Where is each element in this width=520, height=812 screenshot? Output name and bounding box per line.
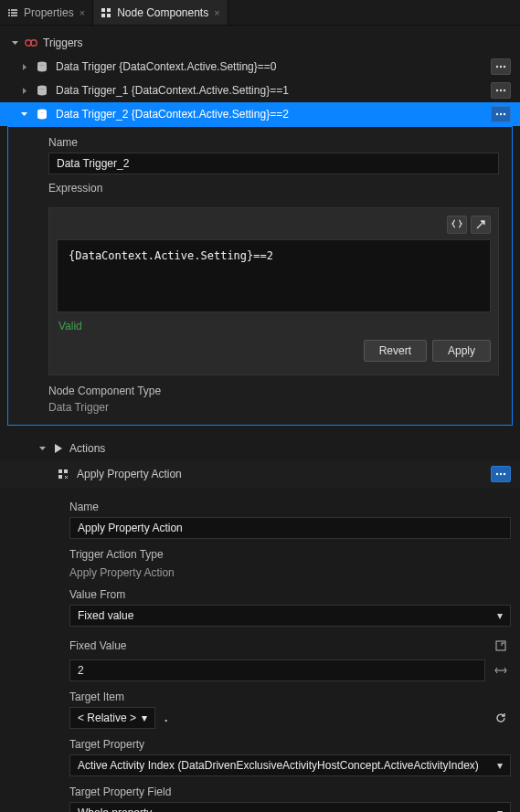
name-label: Name [69, 501, 511, 513]
list-icon [7, 7, 18, 18]
select-value: Active Activity Index (DataDrivenExclusi… [78, 759, 479, 772]
value-from-label: Value From [69, 588, 511, 601]
name-label: Name [48, 136, 499, 149]
target-item-label: Target Item [69, 691, 511, 703]
panel-body: Triggers Data Trigger {DataContext.Activ… [0, 26, 520, 812]
database-icon [36, 84, 48, 97]
target-property-field-select[interactable]: Whole property ▾ [69, 802, 511, 812]
actions-header[interactable]: Actions [0, 433, 520, 460]
close-icon[interactable]: × [80, 7, 85, 18]
svg-point-7 [496, 90, 498, 91]
trigger-item-2[interactable]: Data Trigger_2 {DataContext.Active.Setti… [0, 102, 520, 126]
expand-horizontal-icon[interactable] [491, 660, 511, 680]
select-value: Fixed value [78, 609, 133, 622]
svg-point-15 [500, 473, 502, 475]
chevron-down-icon [38, 445, 47, 453]
tab-properties[interactable]: Properties × [0, 0, 93, 25]
more-button[interactable] [491, 106, 511, 122]
chevron-right-icon [20, 63, 28, 71]
node-component-type-label: Node Component Type [48, 385, 499, 397]
database-icon [36, 60, 48, 73]
svg-point-3 [496, 66, 498, 68]
triggers-header[interactable]: Triggers [0, 29, 520, 55]
trigger-item-1[interactable]: Data Trigger_1 {DataContext.Active.Setti… [0, 79, 520, 102]
trigger-action-type-label: Trigger Action Type [69, 548, 511, 561]
chevron-down-icon [11, 39, 19, 47]
trigger-label: Data Trigger_1 {DataContext.Active.Setti… [56, 84, 483, 97]
fixed-value-input[interactable] [69, 659, 485, 681]
apply-button[interactable]: Apply [432, 340, 491, 362]
tab-node-components[interactable]: Node Components × [93, 0, 228, 25]
chevron-down-icon: ▾ [497, 759, 503, 772]
expression-editor: {DataContext.Active.Setting}==2 Valid Re… [48, 207, 499, 375]
triggers-icon [25, 37, 37, 48]
svg-point-4 [500, 66, 502, 68]
section-title: Triggers [43, 37, 83, 49]
apply-action-icon [57, 468, 69, 480]
chevron-down-icon: ▾ [497, 807, 503, 812]
target-item-relative-select[interactable]: < Relative > ▾ [69, 707, 155, 729]
trigger-action-type-value: Apply Property Action [69, 564, 511, 579]
svg-point-10 [37, 110, 47, 113]
bind-icon[interactable] [491, 636, 511, 656]
trigger-item-0[interactable]: Data Trigger {DataContext.Active.Setting… [0, 55, 520, 79]
actions-icon [52, 443, 64, 454]
validation-status: Valid [57, 312, 491, 338]
svg-point-14 [496, 473, 498, 475]
chevron-down-icon: ▾ [497, 609, 503, 622]
svg-point-16 [504, 473, 505, 475]
svg-point-5 [504, 66, 505, 68]
trigger-editor: Name Expression {DataContext.Active.Sett… [7, 126, 513, 426]
name-input[interactable] [48, 153, 499, 174]
target-property-select[interactable]: Active Activity Index (DataDrivenExclusi… [69, 754, 511, 776]
popout-button[interactable] [471, 216, 491, 234]
svg-point-11 [496, 113, 498, 115]
close-icon[interactable]: × [214, 7, 219, 18]
components-icon [101, 7, 111, 18]
svg-point-9 [504, 90, 505, 91]
trigger-label: Data Trigger {DataContext.Active.Setting… [56, 60, 483, 73]
braces-button[interactable] [447, 216, 467, 234]
chevron-down-icon: ▾ [142, 712, 147, 724]
svg-point-2 [37, 62, 47, 66]
chevron-right-icon [20, 87, 28, 95]
target-property-field-label: Target Property Field [69, 786, 511, 798]
more-button[interactable] [491, 82, 511, 99]
svg-point-6 [37, 86, 47, 90]
more-button[interactable] [491, 466, 511, 482]
value-from-select[interactable]: Fixed value ▾ [69, 605, 511, 627]
target-property-label: Target Property [69, 738, 511, 751]
action-name-input[interactable] [69, 517, 511, 539]
refresh-icon[interactable] [491, 708, 511, 728]
revert-button[interactable]: Revert [364, 340, 427, 362]
chevron-down-icon [20, 111, 28, 119]
node-component-type-value: Data Trigger [48, 397, 499, 414]
tab-label: Properties [24, 6, 74, 19]
action-item[interactable]: Apply Property Action [0, 460, 520, 488]
action-editor: Name Trigger Action Type Apply Property … [0, 488, 520, 812]
database-icon [36, 108, 48, 121]
select-value: Whole property [78, 807, 152, 812]
target-item-path: . [161, 712, 169, 724]
section-title: Actions [69, 442, 105, 455]
expression-label: Expression [48, 182, 499, 195]
action-title: Apply Property Action [77, 468, 483, 480]
tab-bar: Properties × Node Components × [0, 0, 520, 26]
svg-point-13 [504, 113, 505, 115]
select-value: < Relative > [78, 712, 136, 724]
trigger-label: Data Trigger_2 {DataContext.Active.Setti… [56, 108, 483, 121]
svg-point-12 [500, 113, 502, 115]
more-button[interactable] [491, 58, 511, 75]
svg-point-8 [500, 90, 502, 91]
expression-input[interactable]: {DataContext.Active.Setting}==2 [57, 239, 491, 312]
tab-label: Node Components [117, 6, 208, 19]
fixed-value-label: Fixed Value [69, 639, 126, 652]
